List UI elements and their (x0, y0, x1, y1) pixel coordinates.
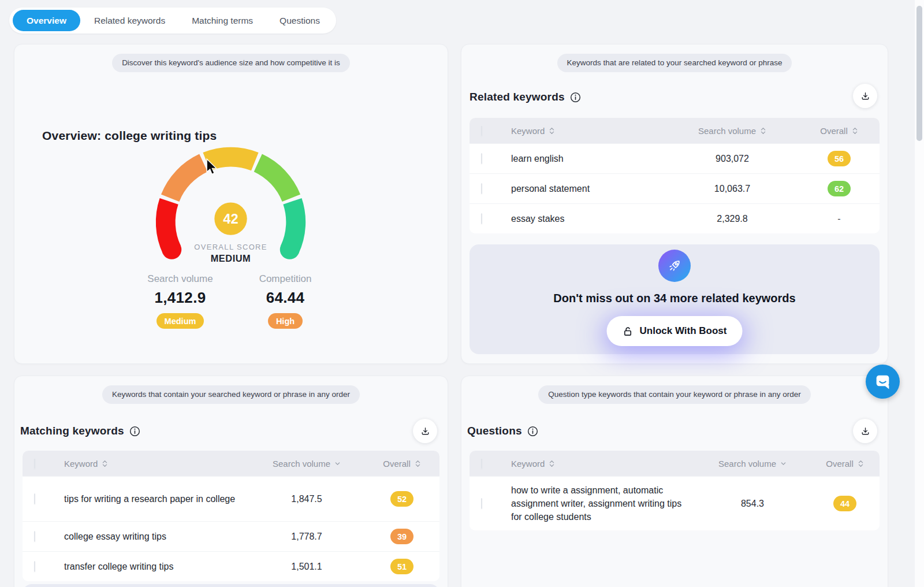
column-header-search-volume[interactable]: Search volume (666, 126, 799, 136)
sort-desc-icon (334, 460, 341, 467)
volume-cell: 854.3 (695, 499, 810, 509)
column-header-keyword[interactable]: Keyword (505, 126, 666, 136)
related-keywords-table: Keyword Search volume Overall learn engl… (470, 118, 880, 233)
matching-description-badge: Keywords that contain your searched keyw… (102, 385, 360, 404)
volume-cell: 2,329.8 (666, 214, 799, 224)
stat-label: Competition (222, 273, 349, 285)
overall-score-badge: 62 (828, 181, 851, 196)
row-checkbox[interactable] (34, 561, 35, 572)
keyword-cell: tips for writing a research paper in col… (58, 492, 249, 506)
stat-value: 64.44 (222, 289, 349, 307)
matching-keywords-table: Keyword Search volume Overall tips for w… (23, 451, 439, 581)
volume-cell: 903,072 (666, 154, 799, 164)
overview-description-badge: Discover this keyword's audience size an… (112, 54, 350, 72)
questions-table: Keyword Search volume Overall how to wri… (470, 451, 880, 530)
table-row[interactable]: college essay writing tips 1,778.7 39 (23, 521, 439, 551)
keyword-cell: transfer college writing tips (58, 560, 249, 573)
download-icon (860, 426, 870, 436)
keyword-cell: essay stakes (505, 212, 666, 225)
unlock-with-boost-button[interactable]: Unlock With Boost (607, 316, 743, 346)
sort-icon (549, 127, 555, 135)
tab-related-keywords[interactable]: Related keywords (81, 10, 178, 31)
row-checkbox[interactable] (34, 493, 35, 504)
status-badge: High (268, 313, 303, 329)
keyword-cell: personal statement (505, 182, 666, 195)
column-header-overall[interactable]: Overall (364, 459, 439, 469)
related-description-badge: Keywords that are related to your search… (557, 54, 792, 72)
download-icon (860, 91, 870, 101)
unlock-icon (623, 326, 634, 337)
row-checkbox[interactable] (481, 183, 482, 194)
tab-matching-terms[interactable]: Matching terms (179, 10, 266, 31)
related-keywords-card: Keywords that are related to your search… (461, 44, 888, 364)
overall-score-badge: 51 (390, 559, 413, 574)
questions-title: Questions (467, 425, 522, 437)
tab-overview[interactable]: Overview (13, 10, 80, 31)
gauge-segment-orange (170, 163, 204, 198)
unlock-headline: Don't miss out on 34 more related keywor… (470, 292, 880, 305)
export-button[interactable] (853, 419, 877, 443)
column-header-search-volume[interactable]: Search volume (249, 459, 364, 469)
row-checkbox[interactable] (481, 498, 482, 509)
overall-score-badge: 52 (390, 491, 413, 507)
info-icon[interactable] (129, 426, 140, 437)
overall-score-badge: 44 (833, 496, 856, 511)
stat-competition: Competition 64.44 High (222, 273, 349, 329)
overall-score-badge: 39 (390, 529, 413, 544)
keyword-cell: learn english (505, 152, 666, 165)
export-button[interactable] (853, 84, 877, 108)
download-icon (420, 426, 430, 436)
column-header-overall[interactable]: Overall (810, 459, 880, 469)
column-header-overall[interactable]: Overall (799, 126, 880, 136)
table-row[interactable]: personal statement 10,063.7 62 (470, 173, 880, 203)
sort-desc-icon (780, 460, 787, 467)
tab-bar: Overview Related keywords Matching terms… (9, 8, 336, 34)
overall-empty: - (837, 214, 840, 224)
info-icon[interactable] (527, 426, 538, 437)
sort-icon (102, 459, 108, 468)
info-icon[interactable] (570, 92, 581, 103)
sort-icon (858, 459, 864, 468)
export-button[interactable] (413, 419, 437, 443)
gauge-segment-yellow (207, 157, 255, 162)
column-header-keyword[interactable]: Keyword (58, 459, 249, 469)
column-header-keyword[interactable]: Keyword (505, 459, 695, 469)
volume-cell: 1,778.7 (249, 532, 364, 542)
sort-icon (760, 127, 766, 135)
questions-card: Question type keywords that contain your… (461, 376, 888, 587)
chat-widget-button[interactable] (866, 365, 900, 399)
gauge-score-label: OVERALL SCORE (194, 243, 267, 251)
scrollbar-thumb[interactable] (916, 6, 922, 141)
tab-questions[interactable]: Questions (267, 10, 333, 31)
scrollbar-track (915, 0, 924, 587)
keyword-cell: college essay writing tips (58, 530, 249, 543)
table-row[interactable]: tips for writing a research paper in col… (23, 476, 439, 521)
gauge-segment-lightgreen (258, 163, 292, 198)
select-all-checkbox[interactable] (34, 458, 35, 469)
overview-card: Discover this keyword's audience size an… (14, 44, 448, 364)
row-checkbox[interactable] (481, 153, 482, 164)
column-header-search-volume[interactable]: Search volume (695, 459, 810, 469)
select-all-checkbox[interactable] (481, 125, 482, 136)
row-checkbox[interactable] (481, 213, 482, 224)
keyword-cell: how to write a assignment, automatic ass… (505, 484, 695, 524)
matching-keywords-card: Keywords that contain your searched keyw… (14, 376, 448, 587)
table-row[interactable]: essay stakes 2,329.8 - (470, 203, 880, 233)
table-row[interactable]: how to write a assignment, automatic ass… (470, 476, 880, 530)
status-badge: Medium (157, 313, 204, 329)
sort-icon (549, 459, 555, 468)
row-checkbox[interactable] (34, 531, 35, 542)
select-all-checkbox[interactable] (481, 458, 482, 469)
sort-icon (852, 127, 858, 135)
chat-bubble-icon (874, 373, 892, 391)
related-keywords-title: Related keywords (470, 91, 565, 103)
questions-description-badge: Question type keywords that contain your… (538, 385, 810, 404)
unlock-promo-panel: Don't miss out on 34 more related keywor… (470, 244, 880, 354)
matching-keywords-title: Matching keywords (20, 425, 124, 437)
volume-cell: 10,063.7 (666, 184, 799, 194)
gauge-score: 42 (223, 211, 238, 226)
table-row[interactable]: transfer college writing tips 1,501.1 51 (23, 551, 439, 581)
overall-score-badge: 56 (828, 151, 851, 166)
gauge-score-level: MEDIUM (211, 253, 251, 263)
table-row[interactable]: learn english 903,072 56 (470, 143, 880, 173)
